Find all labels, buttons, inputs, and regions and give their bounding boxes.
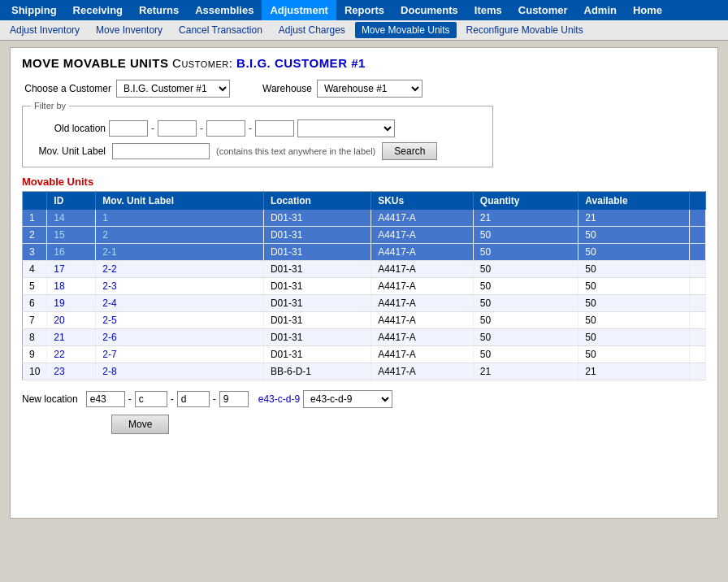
bottom-area: New location - - - e43-c-d-9 e43-c-d-9 M… [22, 390, 706, 434]
cell-label: 2-3 [96, 278, 264, 295]
table-row[interactable]: 6 19 2-4 D01-31 A4417-A 50 50 [23, 295, 706, 312]
old-location-part2[interactable] [158, 120, 197, 137]
cell-row-num: 6 [23, 295, 47, 312]
cell-location: D01-31 [263, 244, 370, 261]
cell-skus: A4417-A [371, 227, 474, 244]
cell-skus: A4417-A [371, 329, 474, 346]
new-loc-display1: e43-c-d-9 [258, 393, 300, 405]
filter-box: Filter by Old location - - - Mov. Unit L… [22, 106, 493, 167]
cell-id: 21 [47, 329, 96, 346]
nav-reports[interactable]: Reports [336, 0, 392, 20]
cell-extra [690, 363, 706, 380]
cell-skus: A4417-A [371, 363, 474, 380]
subnav-move-inventory[interactable]: Move Inventory [89, 22, 169, 38]
section-title: Movable Units [22, 176, 706, 188]
nav-customer[interactable]: Customer [510, 0, 576, 20]
nav-returns[interactable]: Returns [131, 0, 187, 20]
subnav-cancel-transaction[interactable]: Cancel Transaction [172, 22, 269, 38]
cell-quantity: 50 [473, 278, 578, 295]
cell-id: 15 [47, 227, 96, 244]
dash3: - [249, 123, 252, 134]
cell-available: 50 [578, 278, 690, 295]
dash2: - [200, 123, 203, 134]
table-row[interactable]: 10 23 2-8 BB-6-D-1 A4417-A 21 21 [23, 363, 706, 380]
table-row[interactable]: 9 22 2-7 D01-31 A4417-A 50 50 [23, 346, 706, 363]
new-loc-select[interactable]: e43-c-d-9 [303, 390, 392, 408]
search-button[interactable]: Search [382, 142, 437, 160]
cell-quantity: 50 [473, 295, 578, 312]
warehouse-label: Warehouse [262, 83, 312, 94]
cell-label: 2-8 [96, 363, 264, 380]
col-skus: SKUs [371, 192, 474, 211]
nav-receiving[interactable]: Receiving [65, 0, 131, 20]
new-loc-part1[interactable] [86, 391, 125, 407]
cell-id: 14 [47, 210, 96, 227]
old-location-part1[interactable] [109, 120, 148, 137]
cell-skus: A4417-A [371, 278, 474, 295]
cell-quantity: 50 [473, 227, 578, 244]
table-row[interactable]: 2 15 2 D01-31 A4417-A 50 50 [23, 227, 706, 244]
cell-label: 2-6 [96, 329, 264, 346]
dash1: - [151, 123, 154, 134]
subnav-move-movable-units[interactable]: Move Movable Units [355, 22, 457, 38]
cell-label: 2-4 [96, 295, 264, 312]
move-button-row: Move [22, 415, 706, 434]
mov-unit-input[interactable] [112, 143, 210, 159]
subnav-adjust-inventory[interactable]: Adjust Inventory [3, 22, 86, 38]
cell-row-num: 7 [23, 312, 47, 329]
table-row[interactable]: 1 14 1 D01-31 A4417-A 21 21 [23, 210, 706, 227]
cell-id: 16 [47, 244, 96, 261]
mov-unit-row: Mov. Unit Label (contains this text anyw… [32, 142, 483, 160]
new-loc-part4[interactable] [219, 391, 249, 407]
warehouse-select[interactable]: Warehouse #1 [317, 80, 422, 98]
table-row[interactable]: 8 21 2-6 D01-31 A4417-A 50 50 [23, 329, 706, 346]
move-button[interactable]: Move [111, 415, 169, 434]
cell-row-num: 2 [23, 227, 47, 244]
cell-location: D01-31 [263, 278, 370, 295]
nav-home[interactable]: Home [625, 0, 670, 20]
cell-id: 18 [47, 278, 96, 295]
cell-quantity: 50 [473, 329, 578, 346]
cell-label: 2-1 [96, 244, 264, 261]
cell-skus: A4417-A [371, 346, 474, 363]
cell-extra [690, 227, 706, 244]
cell-extra [690, 261, 706, 278]
nav-adjustment[interactable]: Adjustment [262, 0, 336, 20]
nav-items[interactable]: Items [466, 0, 510, 20]
col-extra [690, 192, 706, 211]
col-location: Location [263, 192, 370, 211]
form-area: Choose a Customer B.I.G. Customer #1 War… [22, 80, 706, 167]
cell-location: D01-31 [263, 329, 370, 346]
cell-location: BB-6-D-1 [263, 363, 370, 380]
cell-row-num: 3 [23, 244, 47, 261]
cell-skus: A4417-A [371, 295, 474, 312]
new-loc-part2[interactable] [135, 391, 167, 407]
old-location-part3[interactable] [206, 120, 245, 137]
old-location-part4[interactable] [255, 120, 294, 137]
new-loc-part3[interactable] [177, 391, 210, 407]
nav-shipping[interactable]: Shipping [3, 0, 65, 20]
nav-admin[interactable]: Admin [576, 0, 625, 20]
cell-location: D01-31 [263, 312, 370, 329]
col-id: ID [47, 192, 96, 211]
main-content: Move Movable Units Customer: B.I.G. Cust… [10, 47, 718, 519]
new-location-row: New location - - - e43-c-d-9 e43-c-d-9 [22, 390, 706, 408]
cell-location: D01-31 [263, 210, 370, 227]
old-location-select[interactable] [297, 119, 395, 137]
cell-extra [690, 346, 706, 363]
table-row[interactable]: 3 16 2-1 D01-31 A4417-A 50 50 [23, 244, 706, 261]
old-location-label: Old location [32, 123, 106, 134]
cell-extra [690, 210, 706, 227]
subnav-adjust-charges[interactable]: Adjust Charges [272, 22, 352, 38]
nav-documents[interactable]: Documents [392, 0, 466, 20]
contains-text-hint: (contains this text anywhere in the labe… [216, 146, 375, 156]
table-row[interactable]: 4 17 2-2 D01-31 A4417-A 50 50 [23, 261, 706, 278]
nl-dash1: - [128, 393, 132, 405]
nav-assemblies[interactable]: Assemblies [187, 0, 262, 20]
customer-select[interactable]: B.I.G. Customer #1 [116, 80, 230, 98]
subnav-reconfigure-movable-units[interactable]: Reconfigure Movable Units [460, 22, 590, 38]
cell-id: 19 [47, 295, 96, 312]
cell-extra [690, 329, 706, 346]
table-row[interactable]: 5 18 2-3 D01-31 A4417-A 50 50 [23, 278, 706, 295]
table-row[interactable]: 7 20 2-5 D01-31 A4417-A 50 50 [23, 312, 706, 329]
